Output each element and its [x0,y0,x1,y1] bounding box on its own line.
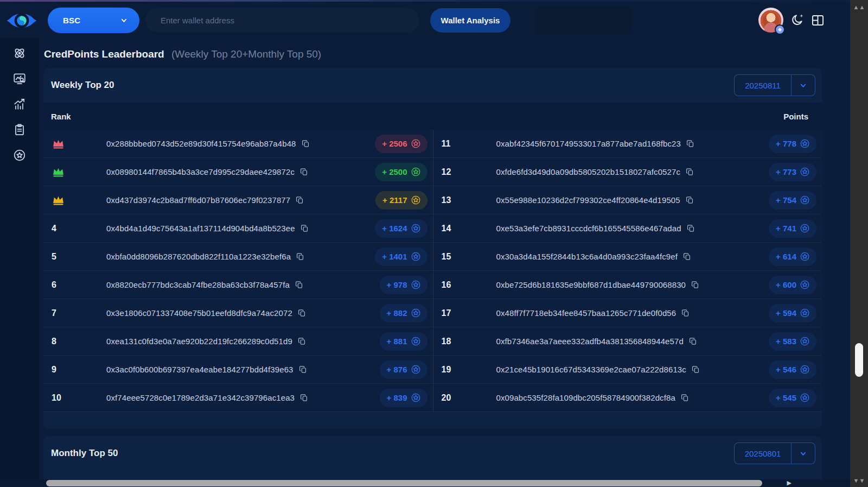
app-logo[interactable] [7,5,37,36]
wallet-address-input[interactable] [145,8,419,33]
wallet-address: 0x288bbbed0743d52e89d30f415754e96ab87a4b… [106,139,296,148]
rank-column-header: Rank [51,112,71,121]
weekly-date-select[interactable]: 20250811 [734,74,815,96]
wallet-address: 0x30a3d4a155f2844b13c6a4d0a993c23faa4fc9… [496,252,678,261]
wallet-address: 0x3e1806c071337408e75b01eefd8dfc9a74ac20… [106,308,292,318]
rank-number: 6 [52,280,56,290]
crown-icon [52,194,65,206]
rank-cell: 19 [433,365,496,375]
rank-number: 4 [52,224,56,233]
credpoints-star-icon [800,139,809,148]
points-value: + 881 [387,337,407,346]
rank-cell: 17 [433,308,496,318]
credpoints-star-icon [411,167,420,176]
sidebar-item-reports[interactable] [12,123,27,137]
rank-cell: 11 [433,139,496,149]
copy-icon[interactable] [685,167,694,176]
copy-icon[interactable] [296,252,305,261]
layout-grid-button[interactable] [810,13,825,28]
points-value: + 741 [776,224,796,233]
copy-icon[interactable] [299,393,309,402]
table-row: 14 0xe53a3efe7cb8931cccdcf6b165545586e46… [433,214,822,243]
wallet-address: 0x4bd4a1d49c75643a1af137114d904bd4a8b523… [106,224,295,233]
credpoints-star-icon [411,308,420,318]
vertical-scrollbar[interactable]: ▲▲ ▼▼ [850,0,868,487]
weekly-panel-header: Weekly Top 20 20250811 [43,68,822,103]
rank-cell: 10 [43,393,106,403]
rank-cell: 8 [43,337,106,346]
avatar[interactable]: ◆ [758,8,783,33]
copy-icon[interactable] [691,280,700,289]
wallet-analysis-button[interactable]: Wallet Analysis [430,8,510,33]
copy-icon[interactable] [682,252,692,261]
scroll-right-arrow[interactable]: ▶ [787,479,792,486]
main-content: CredPoints Leaderboard (Weekly Top 20+Mo… [39,38,850,479]
table-row: 20 0x09abc535f28fa109dbc205f58784900f382… [433,384,822,412]
copy-icon[interactable] [300,224,309,233]
scroll-up-arrows[interactable]: ▲▲ [850,4,868,10]
copy-icon[interactable] [680,393,690,402]
sidebar-item-trends[interactable] [12,97,27,111]
copy-icon[interactable] [691,365,700,374]
sidebar-item-ai-scan[interactable] [12,46,27,60]
copy-icon[interactable] [295,195,304,205]
blurred-element [536,7,631,34]
points-badge: + 546 [769,360,816,379]
monthly-date-select[interactable]: 20250801 [734,442,815,464]
dark-mode-toggle[interactable] [790,12,805,28]
credpoints-star-icon [800,224,809,233]
horizontal-scrollbar[interactable]: ▶ [0,479,850,487]
rank-number: 16 [442,280,451,290]
monthly-panel-header: Monthly Top 50 20250801 [43,436,822,471]
points-value: + 778 [776,139,796,148]
copy-icon[interactable] [295,280,304,289]
credpoints-star-icon [800,252,809,261]
rank-number: 14 [442,224,451,233]
rank-number: 9 [52,365,56,375]
table-row: 0x288bbbed0743d52e89d30f415754e96ab87a4b… [43,130,433,158]
copy-icon[interactable] [297,337,307,346]
copy-icon[interactable] [681,308,690,318]
topbar: BSC Wallet Analysis ◆ [0,2,850,38]
table-row: 10 0xf74eee5728c0e1789e2d3a71e342c39796a… [43,384,433,412]
copy-icon[interactable] [685,195,694,205]
wallet-address: 0xf74eee5728c0e1789e2d3a71e342c39796ac1e… [106,393,295,402]
horizontal-scrollbar-thumb[interactable] [46,480,762,486]
copy-icon[interactable] [299,167,309,176]
copy-icon[interactable] [686,224,695,233]
weekly-date-value: 20250811 [735,75,791,96]
copy-icon[interactable] [301,139,310,148]
table-row: 15 0x30a3d4a155f2844b13c6a4d0a993c23faa4… [433,243,822,271]
scroll-down-arrows[interactable]: ▼▼ [850,477,868,484]
points-value: + 614 [776,252,796,261]
points-badge: + 773 [769,163,816,181]
points-badge: + 978 [380,276,427,294]
points-value: + 545 [776,393,796,402]
rank-cell: 7 [43,308,106,318]
rank-number: 12 [442,167,451,177]
points-value: + 1624 [382,224,407,233]
points-value: + 754 [776,195,796,205]
rank-cell: 20 [433,393,496,403]
sidebar-item-points[interactable] [12,148,27,162]
points-badge: + 1401 [375,248,427,266]
credpoints-star-icon [411,195,420,205]
wallet-address: 0x21ce45b19016c67d5343369e2cae07a222d861… [496,365,686,374]
copy-icon[interactable] [688,337,698,346]
credpoints-star-icon [800,337,809,346]
copy-icon[interactable] [298,365,308,374]
sidebar-item-contract-analysis[interactable] [12,72,27,86]
rank-number: 20 [442,393,451,403]
weekly-title: Weekly Top 20 [51,80,114,91]
table-row: 6 0x8820ecb777bdc3cab74fbe28ba63cb3f78a4… [43,271,433,299]
copy-icon[interactable] [686,139,695,148]
ranks-11-20-column: 11 0xabf42345f6701749533017a877abe7ad168… [433,130,822,412]
copy-icon[interactable] [297,308,307,318]
table-row: 7 0x3e1806c071337408e75b01eefd8dfc9a74ac… [43,299,433,327]
table-row: 16 0xbe725d6b181635e9bbf687d1dbae4497900… [433,271,822,299]
credpoints-star-icon [411,393,420,402]
vertical-scrollbar-thumb[interactable] [855,343,863,377]
wallet-address: 0xabf42345f6701749533017a877abe7ad168fbc… [496,139,681,148]
rank-number: 11 [442,139,451,149]
network-select[interactable]: BSC [48,8,139,33]
